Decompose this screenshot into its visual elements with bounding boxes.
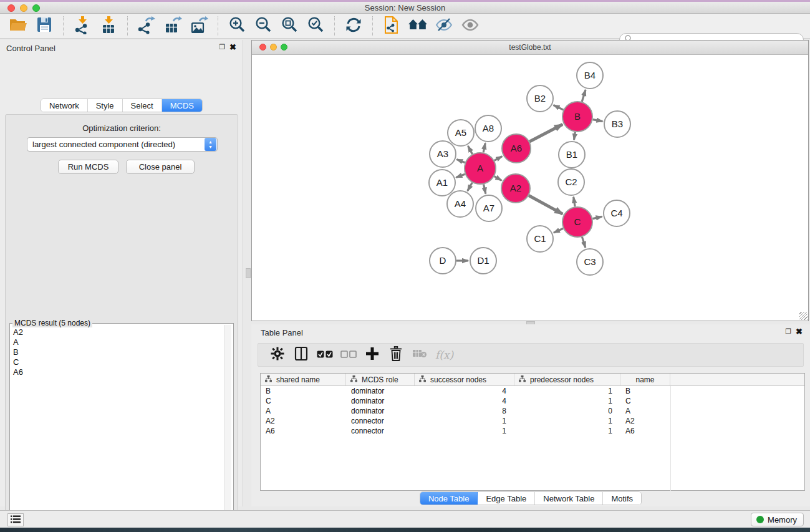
- graph-edge-A-A2[interactable]: [494, 177, 502, 181]
- close-panel-icon[interactable]: ✖: [229, 42, 236, 52]
- column-header-name[interactable]: name: [620, 374, 670, 385]
- column-header-shared-name[interactable]: shared name: [261, 374, 346, 385]
- graph-node-B[interactable]: B: [562, 102, 592, 132]
- float-panel-icon[interactable]: ❐: [785, 327, 791, 336]
- graph-edge-A-A3[interactable]: [456, 160, 465, 163]
- tab-node-table[interactable]: Node Table: [420, 492, 478, 505]
- table-cell[interactable]: A: [261, 406, 346, 416]
- graph-node-A3[interactable]: A3: [430, 141, 456, 167]
- graph-edge-B-B4[interactable]: [582, 90, 586, 102]
- table-cell[interactable]: C: [620, 396, 670, 406]
- resize-grip-icon[interactable]: [799, 312, 808, 320]
- table-row[interactable]: A6connector11A6: [261, 426, 804, 436]
- table-cell[interactable]: dominator: [346, 396, 415, 406]
- graph-node-B2[interactable]: B2: [527, 85, 553, 112]
- table-cell[interactable]: 1: [514, 416, 620, 426]
- mcds-result-item[interactable]: A2: [11, 327, 221, 337]
- graph-node-D1[interactable]: D1: [470, 248, 496, 274]
- graph-node-C3[interactable]: C3: [577, 249, 603, 275]
- import-network-button[interactable]: [72, 16, 93, 37]
- table-cell[interactable]: 4: [415, 386, 514, 396]
- table-cell[interactable]: B: [261, 386, 346, 396]
- graph-edge-C-C3[interactable]: [582, 237, 585, 248]
- table-cell[interactable]: 8: [415, 406, 514, 416]
- network-window-titlebar[interactable]: testGlobe.txt: [252, 41, 808, 55]
- show-panel-list-button[interactable]: [7, 513, 24, 526]
- close-panel-icon[interactable]: ✖: [796, 327, 803, 336]
- run-mcds-button[interactable]: Run MCDS: [58, 160, 118, 174]
- import-table-button[interactable]: [98, 16, 119, 37]
- graph-node-A[interactable]: A: [465, 153, 496, 184]
- table-cell[interactable]: A: [620, 406, 670, 416]
- export-network-button[interactable]: [136, 16, 157, 37]
- hide-nodes-button[interactable]: [433, 16, 455, 37]
- graph-node-A2[interactable]: A2: [501, 174, 530, 203]
- graph-edge-A-A7[interactable]: [484, 184, 486, 193]
- save-session-button[interactable]: [34, 16, 55, 37]
- table-cell[interactable]: A6: [620, 426, 670, 436]
- tab-network[interactable]: Network: [41, 99, 88, 112]
- minimize-view-button[interactable]: [270, 44, 277, 51]
- table-cell[interactable]: A2: [261, 416, 346, 426]
- table-row[interactable]: Cdominator41C: [261, 396, 804, 406]
- graph-edge-A6-B[interactable]: [529, 124, 562, 141]
- close-window-button[interactable]: [7, 4, 15, 12]
- delete-column-button[interactable]: [387, 346, 405, 364]
- table-cell[interactable]: 1: [514, 426, 620, 436]
- graph-edge-C-C1[interactable]: [554, 228, 563, 233]
- memory-button[interactable]: Memory: [751, 513, 804, 526]
- tab-motifs[interactable]: Motifs: [603, 492, 641, 505]
- graph-edge-A-A1[interactable]: [456, 174, 465, 177]
- float-panel-icon[interactable]: ❐: [219, 43, 225, 51]
- mcds-result-item[interactable]: B: [11, 347, 221, 357]
- zoom-window-button[interactable]: [32, 4, 40, 12]
- table-cell[interactable]: C: [261, 396, 346, 406]
- zoom-fit-button[interactable]: [279, 16, 300, 37]
- table-cell[interactable]: dominator: [346, 386, 415, 396]
- mcds-result-item[interactable]: C: [11, 357, 221, 367]
- table-settings-button[interactable]: [268, 346, 287, 364]
- tab-select[interactable]: Select: [123, 99, 162, 112]
- graph-edge-A-A4[interactable]: [468, 183, 473, 191]
- graph-node-A4[interactable]: A4: [447, 191, 473, 217]
- mcds-result-item[interactable]: A: [11, 337, 221, 347]
- graph-node-B1[interactable]: B1: [559, 142, 585, 168]
- new-network-from-file-button[interactable]: [381, 16, 402, 37]
- deselect-all-columns-button[interactable]: [339, 346, 358, 364]
- export-table-button[interactable]: [162, 16, 183, 37]
- table-cell[interactable]: dominator: [346, 406, 415, 416]
- graph-edge-C-C4[interactable]: [592, 216, 602, 218]
- table-cell[interactable]: 1: [415, 416, 514, 426]
- graph-node-C2[interactable]: C2: [558, 169, 584, 195]
- table-cell[interactable]: A6: [261, 426, 346, 436]
- export-image-button[interactable]: [188, 16, 210, 37]
- tab-edge-table[interactable]: Edge Table: [478, 492, 535, 505]
- tab-network-table[interactable]: Network Table: [535, 492, 603, 505]
- zoom-out-button[interactable]: [253, 16, 274, 37]
- table-cell[interactable]: 4: [415, 396, 514, 406]
- graph-node-B4[interactable]: B4: [577, 62, 603, 89]
- tab-style[interactable]: Style: [88, 99, 123, 112]
- table-cell[interactable]: B: [620, 386, 670, 396]
- mcds-list-scrollbar[interactable]: [224, 325, 231, 532]
- column-header-MCDS-role[interactable]: MCDS role: [346, 374, 415, 385]
- table-cell[interactable]: connector: [346, 426, 415, 436]
- graph-node-C[interactable]: C: [562, 207, 592, 237]
- graph-edge-B-B1[interactable]: [574, 132, 576, 140]
- graph-node-A8[interactable]: A8: [475, 115, 501, 142]
- table-cell[interactable]: 1: [514, 386, 620, 396]
- graph-node-C1[interactable]: C1: [527, 226, 553, 252]
- table-row[interactable]: Adominator80A: [261, 406, 804, 416]
- zoom-in-button[interactable]: [226, 16, 248, 37]
- graph-node-A1[interactable]: A1: [429, 170, 455, 196]
- graph-edge-C-C2[interactable]: [574, 197, 575, 207]
- table-cell[interactable]: 0: [514, 406, 620, 416]
- graph-edge-B-B3[interactable]: [593, 120, 603, 122]
- table-cell[interactable]: connector: [346, 416, 415, 426]
- graph-node-C4[interactable]: C4: [604, 200, 630, 226]
- graph-edge-A-A6[interactable]: [494, 157, 502, 161]
- zoom-view-button[interactable]: [281, 44, 287, 51]
- graph-node-D[interactable]: D: [430, 248, 456, 274]
- graph-node-B3[interactable]: B3: [604, 111, 630, 137]
- close-panel-button[interactable]: Close panel: [126, 160, 195, 174]
